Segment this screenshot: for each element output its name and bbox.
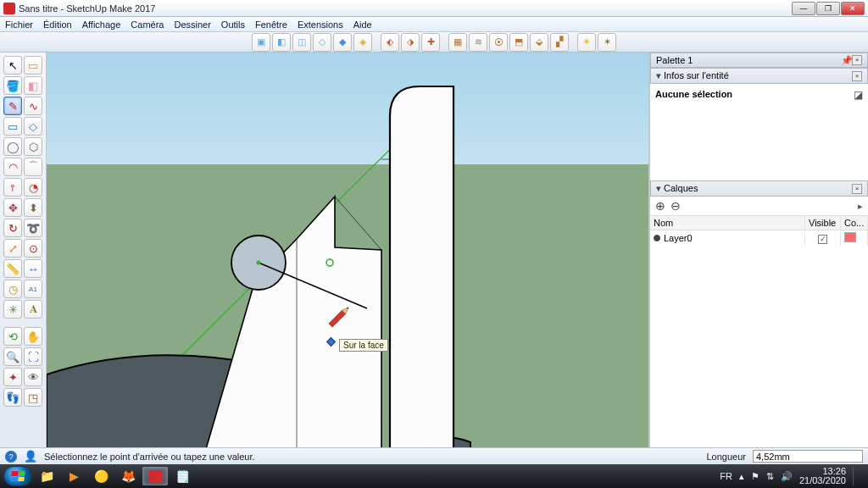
menu-tools[interactable]: Outils: [221, 19, 245, 30]
menu-draw[interactable]: Dessiner: [174, 19, 210, 30]
layer-remove-icon[interactable]: ⊖: [670, 199, 681, 213]
walk-icon[interactable]: 👣: [3, 388, 22, 407]
style-shaded-textures-icon[interactable]: ▣: [252, 33, 270, 52]
rectangle-icon[interactable]: ▭: [3, 117, 22, 136]
menu-view[interactable]: Affichage: [82, 19, 121, 30]
3d-text-icon[interactable]: 𝐀: [24, 300, 42, 319]
layers-close-icon[interactable]: ×: [852, 184, 862, 194]
tray-network-icon[interactable]: ⇅: [766, 471, 774, 482]
layer-visible-checkbox[interactable]: ✓: [818, 235, 827, 244]
style-hidden-icon[interactable]: ◇: [313, 33, 331, 52]
menu-window[interactable]: Fenêtre: [255, 19, 287, 30]
select-tool-icon[interactable]: ↖: [3, 56, 22, 75]
rotated-rect-icon[interactable]: ◇: [24, 117, 42, 136]
zoom-icon[interactable]: 🔍: [3, 347, 22, 366]
menu-help[interactable]: Aide: [353, 19, 372, 30]
3pt-arc-icon[interactable]: ⫯: [3, 178, 22, 197]
scene-prev-icon[interactable]: ⬖: [381, 33, 399, 52]
style-wire-icon[interactable]: ◫: [292, 33, 311, 52]
scene-add-icon[interactable]: ✚: [421, 33, 440, 52]
status-icon-person[interactable]: 👤: [24, 450, 37, 463]
line-tool-icon[interactable]: ✎: [3, 97, 22, 115]
layers-header[interactable]: ▾ Calques ×: [650, 180, 868, 197]
layers-col-color[interactable]: Co...: [841, 216, 868, 230]
close-button[interactable]: ✕: [841, 2, 865, 15]
taskbar-mediaplayer-icon[interactable]: ▶: [61, 467, 86, 485]
position-camera-icon[interactable]: ✦: [3, 368, 22, 386]
style-monochrome-icon[interactable]: ◆: [333, 33, 352, 52]
sun-icon[interactable]: ☀: [577, 33, 596, 52]
freehand-icon[interactable]: ∿: [24, 97, 42, 115]
text-icon[interactable]: A1: [24, 280, 42, 298]
dimension-icon[interactable]: ↔: [24, 259, 42, 278]
menu-edit[interactable]: Édition: [43, 19, 72, 30]
style-shaded-icon[interactable]: ◧: [272, 33, 291, 52]
taskbar-firefox-icon[interactable]: 🦊: [115, 467, 141, 485]
settings-icon[interactable]: ✶: [598, 33, 616, 52]
style-xray-icon[interactable]: ◈: [353, 33, 372, 52]
sandbox-stamp-icon[interactable]: ⬒: [509, 33, 528, 52]
scene-next-icon[interactable]: ⬗: [401, 33, 420, 52]
scale-icon[interactable]: ⤢: [3, 239, 22, 258]
entity-info-header[interactable]: ▾ Infos sur l'entité ×: [650, 68, 868, 84]
status-icon-help[interactable]: ?: [5, 451, 17, 463]
section-icon[interactable]: ◳: [24, 388, 42, 407]
2pt-arc-icon[interactable]: ⌒: [24, 158, 42, 176]
pushpin-icon[interactable]: 📌: [841, 55, 849, 64]
follow-me-icon[interactable]: ➰: [24, 219, 42, 237]
make-component-icon[interactable]: ▭: [24, 56, 42, 75]
tray-chevron-icon[interactable]: ▴: [739, 471, 744, 482]
palette-header[interactable]: Palette 1 📌×: [650, 53, 868, 68]
tray-flag-icon[interactable]: ⚑: [751, 471, 760, 482]
taskbar-sketchup-icon[interactable]: [142, 467, 168, 485]
tape-icon[interactable]: 📏: [3, 259, 22, 278]
polygon-icon[interactable]: ⬡: [24, 137, 42, 156]
push-pull-icon[interactable]: ⬍: [24, 198, 42, 217]
pan-icon[interactable]: ✋: [24, 327, 42, 346]
paint-bucket-icon[interactable]: 🪣: [3, 76, 22, 95]
axes-icon[interactable]: ✳: [3, 300, 22, 319]
palette-title: Palette 1: [656, 55, 693, 65]
sandbox-from-scratch-icon[interactable]: ▦: [448, 33, 467, 52]
entity-info-close-icon[interactable]: ×: [852, 71, 862, 81]
zoom-extents-icon[interactable]: ⛶: [24, 347, 42, 366]
sandbox-smoove-icon[interactable]: ⦿: [489, 33, 508, 52]
taskbar-notes-icon[interactable]: 🗒️: [170, 467, 195, 485]
sandbox-from-contours-icon[interactable]: ≋: [469, 33, 487, 52]
pie-icon[interactable]: ◔: [24, 178, 42, 197]
taskbar-explorer-icon[interactable]: 📁: [34, 467, 59, 485]
menu-extensions[interactable]: Extensions: [298, 19, 343, 30]
sandbox-detail-icon[interactable]: ▞: [550, 33, 569, 52]
entity-info-toggle-icon[interactable]: ◪: [854, 89, 863, 101]
eraser-icon[interactable]: ◧: [24, 76, 42, 95]
look-around-icon[interactable]: 👁: [24, 368, 42, 386]
protractor-icon[interactable]: ◷: [3, 280, 22, 298]
palette-close-icon[interactable]: ×: [852, 55, 862, 65]
circle-icon[interactable]: ◯: [3, 137, 22, 156]
layers-col-name[interactable]: Nom: [650, 216, 805, 230]
minimize-button[interactable]: —: [792, 2, 815, 15]
layers-col-visible[interactable]: Visible: [805, 216, 841, 230]
orbit-icon[interactable]: ⟲: [3, 327, 22, 346]
svg-line-2: [335, 197, 381, 250]
measure-input[interactable]: [753, 450, 863, 463]
arc-icon[interactable]: ◠: [3, 158, 22, 176]
offset-icon[interactable]: ⊙: [24, 239, 42, 258]
menu-camera[interactable]: Caméra: [131, 19, 164, 30]
sandbox-drape-icon[interactable]: ⬙: [530, 33, 548, 52]
start-button[interactable]: [3, 466, 32, 486]
show-desktop-button[interactable]: [853, 467, 860, 485]
layer-row[interactable]: Layer0 ✓: [650, 230, 868, 246]
tray-volume-icon[interactable]: 🔊: [781, 471, 793, 482]
menu-file[interactable]: Fichier: [5, 19, 33, 30]
maximize-button[interactable]: ❐: [816, 2, 840, 15]
layer-add-icon[interactable]: ⊕: [655, 199, 665, 213]
layers-menu-icon[interactable]: ▸: [858, 201, 863, 212]
tray-lang[interactable]: FR: [720, 471, 732, 481]
tray-clock[interactable]: 13:26 21/03/2020: [799, 467, 846, 485]
rotate-icon[interactable]: ↻: [3, 219, 22, 237]
taskbar-chrome-icon[interactable]: 🟡: [88, 467, 114, 485]
move-icon[interactable]: ✥: [3, 198, 22, 217]
model-viewport[interactable]: Sur la face: [47, 53, 649, 447]
layer-color-swatch[interactable]: [844, 232, 856, 242]
